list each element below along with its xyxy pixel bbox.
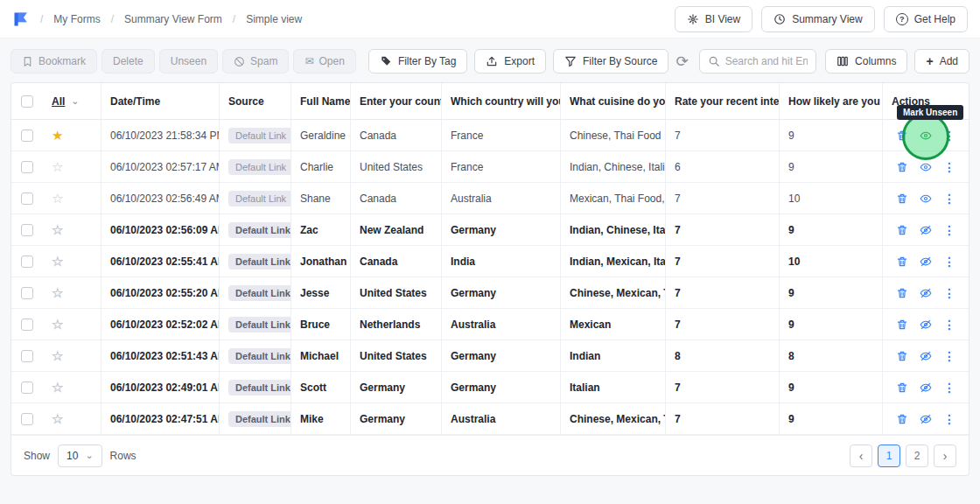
table-row[interactable]: ☆ 06/10/2023 02:49:01 AM Default Link Sc… (11, 372, 969, 403)
export-button[interactable]: Export (474, 49, 546, 74)
row-checkbox[interactable] (21, 382, 33, 394)
pagination-next-button[interactable]: › (934, 444, 956, 467)
mark-seen-icon[interactable] (920, 287, 932, 299)
mark-seen-icon[interactable] (920, 318, 932, 331)
mark-seen-icon[interactable] (920, 413, 932, 425)
bookmark-button[interactable]: Bookmark (10, 49, 97, 74)
delete-icon[interactable] (896, 382, 908, 394)
columns-button[interactable]: Columns (825, 49, 907, 74)
more-options-icon[interactable]: ⋮ (943, 224, 956, 236)
cell-likelihood: 9 (780, 372, 883, 402)
row-checkbox[interactable] (21, 350, 33, 362)
star-icon[interactable]: ☆ (52, 223, 63, 236)
search-input[interactable] (725, 55, 808, 67)
cell-country: United States (351, 340, 442, 371)
star-icon[interactable]: ☆ (52, 349, 63, 362)
star-icon[interactable]: ☆ (52, 192, 63, 205)
cell-rating: 7 (666, 246, 780, 276)
mark-seen-icon[interactable] (920, 350, 932, 362)
all-filter-dropdown[interactable]: All (52, 95, 65, 108)
star-icon[interactable]: ☆ (52, 255, 63, 268)
spam-button[interactable]: Spam (222, 49, 289, 74)
more-options-icon[interactable]: ⋮ (943, 318, 956, 331)
table-row[interactable]: ☆ 06/10/2023 02:55:41 AM Default Link Jo… (11, 246, 969, 277)
pagination-prev-button[interactable]: ‹ (850, 444, 872, 467)
mark-unseen-icon[interactable] (920, 130, 932, 142)
app-logo-icon[interactable] (12, 10, 30, 28)
delete-icon[interactable] (896, 413, 908, 425)
row-checkbox[interactable] (21, 287, 33, 299)
delete-icon[interactable] (896, 130, 908, 142)
page-size-select[interactable]: 10 ⌄ (58, 444, 102, 467)
breadcrumb-form-name[interactable]: Summary View Form (124, 13, 222, 25)
cell-country: New Zealand (351, 214, 442, 245)
breadcrumb-my-forms[interactable]: My Forms (53, 13, 100, 25)
row-checkbox[interactable] (21, 318, 33, 331)
filter-by-tag-button[interactable]: Filter By Tag (368, 49, 467, 74)
delete-icon[interactable] (896, 161, 908, 173)
breadcrumb-separator: / (233, 13, 235, 25)
table-row[interactable]: ☆ 06/10/2023 02:55:20 AM Default Link Je… (11, 277, 969, 309)
select-all-checkbox[interactable] (21, 95, 33, 108)
row-checkbox[interactable] (21, 161, 33, 173)
pagination-page-1[interactable]: 1 (878, 444, 900, 467)
pagination-page-2[interactable]: 2 (906, 444, 928, 467)
delete-icon[interactable] (896, 350, 908, 362)
row-checkbox[interactable] (21, 130, 33, 142)
mark-seen-icon[interactable] (920, 224, 932, 236)
breadcrumb-view-name[interactable]: Simple view (246, 13, 302, 25)
more-options-icon[interactable]: ⋮ (943, 413, 956, 425)
cell-likelihood: 9 (780, 120, 883, 150)
open-button[interactable]: ✉ Open (293, 49, 355, 74)
cell-datetime: 06/10/2023 02:49:01 AM (102, 372, 220, 402)
mark-seen-icon[interactable] (920, 382, 932, 394)
table-row[interactable]: ☆ 06/10/2023 02:57:17 AM Default Link Ch… (11, 151, 969, 183)
cell-likelihood: 10 (780, 183, 883, 214)
top-bar: / My Forms / Summary View Form / Simple … (0, 0, 980, 38)
star-icon[interactable]: ☆ (52, 160, 63, 173)
cell-likelihood: 9 (780, 214, 883, 245)
more-options-icon[interactable]: ⋮ (943, 130, 956, 142)
star-filled-icon[interactable]: ★ (52, 129, 63, 142)
row-checkbox[interactable] (21, 413, 33, 425)
mark-unseen-icon[interactable] (920, 161, 932, 173)
unseen-button[interactable]: Unseen (159, 49, 218, 74)
mark-seen-icon[interactable] (920, 256, 932, 268)
delete-button[interactable]: Delete (102, 49, 155, 74)
summary-view-button[interactable]: Summary View (761, 6, 874, 32)
cell-full-name: Scott (291, 372, 351, 402)
table-row[interactable]: ★ 06/10/2023 21:58:34 PM Default Link Ge… (11, 120, 969, 151)
row-checkbox[interactable] (21, 224, 33, 236)
more-options-icon[interactable]: ⋮ (943, 256, 956, 268)
more-options-icon[interactable]: ⋮ (943, 192, 956, 205)
more-options-icon[interactable]: ⋮ (943, 350, 956, 362)
delete-icon[interactable] (896, 256, 908, 268)
more-options-icon[interactable]: ⋮ (943, 161, 956, 173)
mark-unseen-icon[interactable] (920, 192, 932, 205)
refresh-icon[interactable]: ⟳ (676, 54, 688, 69)
star-icon[interactable]: ☆ (52, 412, 63, 425)
add-button[interactable]: + Add (914, 49, 970, 74)
cell-destination: Australia (442, 403, 561, 434)
star-icon[interactable]: ☆ (52, 286, 63, 299)
delete-icon[interactable] (896, 318, 908, 331)
delete-icon[interactable] (896, 224, 908, 236)
table-row[interactable]: ☆ 06/10/2023 02:56:09 AM Default Link Za… (11, 214, 969, 246)
filter-by-source-button[interactable]: Filter By Source (553, 49, 668, 74)
more-options-icon[interactable]: ⋮ (943, 287, 956, 299)
more-options-icon[interactable]: ⋮ (943, 382, 956, 394)
cell-cuisine: Indian, Chinese, Italian (561, 214, 666, 245)
get-help-button[interactable]: ? Get Help (884, 6, 968, 32)
star-icon[interactable]: ☆ (52, 318, 63, 331)
delete-icon[interactable] (896, 287, 908, 299)
delete-icon[interactable] (896, 192, 908, 205)
table-row[interactable]: ☆ 06/10/2023 02:56:49 AM Default Link Sh… (11, 183, 969, 214)
table-row[interactable]: ☆ 06/10/2023 02:51:43 AM Default Link Mi… (11, 340, 969, 372)
star-icon[interactable]: ☆ (52, 381, 63, 394)
cell-rating: 7 (666, 309, 780, 340)
row-checkbox[interactable] (21, 256, 33, 268)
bi-view-button[interactable]: BI View (675, 6, 752, 32)
table-row[interactable]: ☆ 06/10/2023 02:52:02 AM Default Link Br… (11, 309, 969, 340)
table-row[interactable]: ☆ 06/10/2023 02:47:51 AM Default Link Mi… (11, 403, 969, 435)
row-checkbox[interactable] (21, 192, 33, 205)
